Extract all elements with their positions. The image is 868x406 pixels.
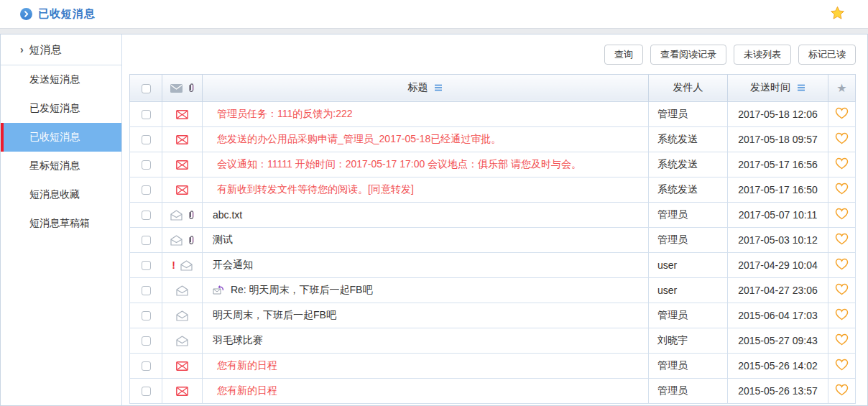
message-row: ! 您有新的日程 管理员 2015-05-26 13:57 bbox=[130, 378, 856, 403]
message-sender: 系统发送 bbox=[649, 152, 728, 177]
row-checkbox[interactable] bbox=[142, 211, 151, 220]
favorite-heart-icon[interactable] bbox=[835, 261, 849, 272]
favorite-heart-icon[interactable] bbox=[835, 236, 849, 247]
toolbar-button-3[interactable]: 标记已读 bbox=[798, 45, 856, 65]
sidebar-item-2[interactable]: 已收短消息 bbox=[1, 123, 121, 152]
paperclip-icon bbox=[188, 210, 194, 221]
favorite-heart-icon[interactable] bbox=[835, 387, 849, 398]
row-checkbox[interactable] bbox=[142, 261, 151, 270]
sidebar-menu: 发送短消息 已发短消息 已收短消息 星标短消息 短消息收藏 短消息草稿箱 bbox=[1, 65, 121, 238]
favorite-heart-icon[interactable] bbox=[835, 160, 849, 172]
message-title-cell[interactable]: 开会通知 bbox=[203, 252, 649, 277]
row-checkbox[interactable] bbox=[142, 336, 151, 346]
message-title: 您有新的日程 bbox=[217, 384, 277, 396]
favorite-cell bbox=[828, 202, 856, 227]
message-title: 羽毛球比赛 bbox=[213, 334, 263, 346]
chevron-right-icon: › bbox=[20, 44, 24, 55]
row-checkbox[interactable] bbox=[142, 387, 151, 396]
row-checkbox[interactable] bbox=[142, 236, 151, 245]
favorite-cell bbox=[828, 101, 856, 126]
favorite-heart-icon[interactable] bbox=[835, 311, 849, 323]
page-favorite-star-icon[interactable] bbox=[830, 6, 845, 23]
message-sender: 管理员 bbox=[649, 202, 728, 227]
message-row: ! 羽毛球比赛 刘晓宇 2015-05-27 09:43 bbox=[130, 328, 856, 353]
sidebar-group-header[interactable]: › 短消息 bbox=[1, 34, 121, 65]
message-time: 2017-05-18 12:06 bbox=[728, 101, 828, 126]
message-row: ! abc.txt 管理员 2017-05-07 10:11 bbox=[130, 202, 856, 227]
sidebar-item-0[interactable]: 发送短消息 bbox=[1, 65, 121, 94]
message-title-cell[interactable]: 您发送的办公用品采购申请_管理员_2017-05-18已经通过审批。 bbox=[203, 126, 649, 152]
time-sort-icon[interactable] bbox=[797, 82, 805, 93]
message-title: 您发送的办公用品采购申请_管理员_2017-05-18已经通过审批。 bbox=[217, 133, 501, 144]
toolbar-button-2[interactable]: 未读列表 bbox=[734, 45, 791, 65]
message-title-cell[interactable]: 羽毛球比赛 bbox=[203, 328, 649, 353]
read-envelope-icon bbox=[180, 260, 193, 271]
page-header: 已收短消息 bbox=[0, 0, 868, 29]
unread-envelope-icon bbox=[176, 387, 188, 396]
message-row: ! 有新收到转发文件等待您的阅读。[同意转发] 系统发送 2017-05-17 … bbox=[130, 177, 856, 202]
message-title-cell[interactable]: 管理员任务：111的反馈为:222 bbox=[203, 101, 649, 126]
message-title: 您有新的日程 bbox=[217, 359, 277, 371]
message-title-cell[interactable]: 您有新的日程 bbox=[203, 378, 649, 403]
message-time: 2017-04-27 23:06 bbox=[728, 277, 828, 303]
row-checkbox[interactable] bbox=[142, 311, 151, 320]
row-checkbox[interactable] bbox=[142, 110, 151, 119]
favorite-heart-icon[interactable] bbox=[835, 361, 849, 373]
favorite-cell bbox=[828, 303, 856, 328]
message-title-cell[interactable]: 会议通知：11111 开始时间：2017-05-17 17:00 会议地点：俱乐… bbox=[203, 152, 649, 177]
title-sort-icon[interactable] bbox=[434, 82, 443, 93]
checkbox-cell bbox=[130, 227, 162, 252]
favorite-cell bbox=[828, 277, 856, 303]
time-column-header: 发送时间 bbox=[728, 74, 828, 101]
row-checkbox[interactable] bbox=[142, 286, 151, 295]
message-row: ! 明天周末，下班后一起FB吧 管理员 2015-06-04 17:03 bbox=[130, 303, 856, 328]
favorite-heart-icon[interactable] bbox=[835, 185, 849, 197]
message-title-cell[interactable]: abc.txt bbox=[203, 202, 649, 227]
row-checkbox[interactable] bbox=[142, 135, 151, 144]
message-title-cell[interactable]: 明天周末，下班后一起FB吧 bbox=[203, 303, 649, 328]
select-all-checkbox[interactable] bbox=[142, 84, 151, 93]
star-column-header: ★ bbox=[828, 74, 856, 101]
checkbox-cell bbox=[130, 202, 162, 227]
message-time: 2015-05-27 09:43 bbox=[728, 328, 828, 353]
sidebar-item-3[interactable]: 星标短消息 bbox=[1, 152, 121, 180]
sidebar-item-1[interactable]: 已发短消息 bbox=[1, 94, 121, 123]
favorite-cell bbox=[828, 177, 856, 202]
favorite-heart-icon[interactable] bbox=[835, 211, 849, 222]
status-cell: ! bbox=[162, 303, 203, 328]
message-sender: 系统发送 bbox=[649, 126, 728, 152]
message-title-cell[interactable]: Re: 明天周末，下班后一起FB吧 bbox=[203, 277, 649, 303]
checkbox-cell bbox=[130, 378, 162, 403]
toolbar: 查询 查看阅读记录 未读列表 标记已读 bbox=[129, 45, 856, 65]
favorite-cell bbox=[828, 328, 856, 353]
message-row: ! 开会通知 user 2017-04-29 10:04 bbox=[130, 252, 856, 277]
favorite-heart-icon[interactable] bbox=[835, 336, 849, 348]
checkbox-cell bbox=[130, 303, 162, 328]
status-cell: ! bbox=[162, 328, 203, 353]
table-header-row: 标题 发件人 发送时间 ★ bbox=[130, 74, 856, 101]
sidebar-item-label: 短消息收藏 bbox=[29, 188, 80, 201]
row-checkbox[interactable] bbox=[142, 160, 151, 170]
favorite-heart-icon[interactable] bbox=[835, 135, 849, 147]
checkbox-cell bbox=[130, 353, 162, 378]
message-sender: user bbox=[649, 252, 728, 277]
message-time: 2015-06-04 17:03 bbox=[728, 303, 828, 328]
message-title-cell[interactable]: 有新收到转发文件等待您的阅读。[同意转发] bbox=[203, 177, 649, 202]
status-cell: ! bbox=[162, 378, 203, 403]
checkbox-cell bbox=[130, 101, 162, 126]
status-cell: ! bbox=[162, 101, 203, 126]
row-checkbox[interactable] bbox=[142, 361, 151, 371]
toolbar-button-0[interactable]: 查询 bbox=[604, 45, 643, 65]
toolbar-button-1[interactable]: 查看阅读记录 bbox=[650, 45, 726, 65]
favorite-heart-icon[interactable] bbox=[835, 110, 849, 121]
message-title-cell[interactable]: 测试 bbox=[203, 227, 649, 252]
read-envelope-icon bbox=[170, 235, 183, 246]
favorite-heart-icon[interactable] bbox=[835, 286, 849, 297]
sidebar-item-4[interactable]: 短消息收藏 bbox=[1, 180, 121, 209]
unread-envelope-icon bbox=[176, 110, 188, 119]
message-title-cell[interactable]: 您有新的日程 bbox=[203, 353, 649, 378]
sidebar-item-5[interactable]: 短消息草稿箱 bbox=[1, 209, 121, 238]
favorite-cell bbox=[828, 152, 856, 177]
row-checkbox[interactable] bbox=[142, 185, 151, 195]
message-row: ! Re: 明天周末，下班后一起FB吧 user 2017-04-27 23:0… bbox=[130, 277, 856, 303]
